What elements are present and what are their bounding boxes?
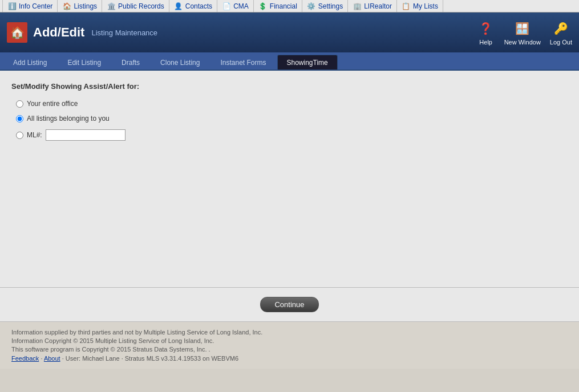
continue-button[interactable]: Continue xyxy=(260,297,318,312)
option-ml-number: ML#: xyxy=(16,129,568,141)
footer-line1: Information supplied by third parties an… xyxy=(11,329,568,336)
listings-icon: 🏠 xyxy=(62,2,71,11)
header-action-new-window[interactable]: 🪟New Window xyxy=(504,19,541,46)
nav-item-financial[interactable]: 💲Financial xyxy=(254,0,302,12)
nav-item-my-lists[interactable]: 📋My Lists xyxy=(397,0,443,12)
header-action-help[interactable]: ❓Help xyxy=(477,19,495,46)
lirealtor-icon: 🏢 xyxy=(353,2,362,11)
entire-office-label: Your entire office xyxy=(27,100,78,108)
form-title: Set/Modify Showing Assist/Alert for: xyxy=(11,82,568,91)
button-area: Continue xyxy=(0,287,579,321)
top-navigation: ℹ️Info Center🏠Listings🏛️Public Records👤C… xyxy=(0,0,579,13)
ml-number-radio[interactable] xyxy=(16,132,23,139)
radio-group: Your entire office All listings belongin… xyxy=(16,100,568,141)
tab-bar: Add ListingEdit ListingDraftsClone Listi… xyxy=(0,52,579,71)
header-action-log-out[interactable]: 🔑Log Out xyxy=(550,19,572,46)
new-window-icon: 🪟 xyxy=(513,19,532,38)
my-lists-icon: 📋 xyxy=(402,2,411,11)
footer-line2: Information Copyright © 2015 Multiple Li… xyxy=(11,337,568,344)
footer-line3: This software program is Copyright © 201… xyxy=(11,346,568,353)
tab-edit-listing[interactable]: Edit Listing xyxy=(58,55,111,70)
header-left: Add/Edit Listing Maintenance xyxy=(7,22,157,43)
header: Add/Edit Listing Maintenance ❓Help🪟New W… xyxy=(0,13,579,52)
help-icon: ❓ xyxy=(477,19,495,38)
all-listings-label: All listings belonging to you xyxy=(27,115,110,122)
log-out-icon: 🔑 xyxy=(552,19,570,38)
tab-instanet-forms[interactable]: Instanet Forms xyxy=(210,55,276,70)
option-all-listings: All listings belonging to you xyxy=(16,115,568,122)
app-logo xyxy=(7,22,27,43)
settings-icon: ⚙️ xyxy=(307,2,316,11)
header-actions: ❓Help🪟New Window🔑Log Out xyxy=(477,19,572,46)
main-content: Set/Modify Showing Assist/Alert for: You… xyxy=(0,71,579,287)
feedback-link[interactable]: Feedback xyxy=(11,355,39,362)
nav-item-public-records[interactable]: 🏛️Public Records xyxy=(102,0,169,12)
nav-item-cma[interactable]: 📄CMA xyxy=(217,0,254,12)
contacts-icon: 👤 xyxy=(174,2,183,11)
footer-user-info: · User: Michael Lane · Stratus MLS v3.31… xyxy=(62,355,238,362)
ml-number-label: ML#: xyxy=(27,131,42,139)
header-title: Add/Edit xyxy=(33,25,84,40)
nav-item-lirealtor[interactable]: 🏢LIRealtor xyxy=(348,0,397,12)
tab-drafts[interactable]: Drafts xyxy=(112,55,149,70)
tab-add-listing[interactable]: Add Listing xyxy=(3,55,56,70)
about-link[interactable]: About xyxy=(44,355,60,362)
header-subtitle: Listing Maintenance xyxy=(91,28,157,37)
footer: Information supplied by third parties an… xyxy=(0,321,579,369)
nav-item-settings[interactable]: ⚙️Settings xyxy=(302,0,348,12)
footer-links: Feedback · About · User: Michael Lane · … xyxy=(11,355,568,362)
cma-icon: 📄 xyxy=(222,2,231,11)
all-listings-radio[interactable] xyxy=(16,115,23,122)
ml-number-input[interactable] xyxy=(46,129,125,141)
tab-clone-listing[interactable]: Clone Listing xyxy=(151,55,209,70)
entire-office-radio[interactable] xyxy=(16,100,23,108)
financial-icon: 💲 xyxy=(258,2,268,11)
nav-item-info-center[interactable]: ℹ️Info Center xyxy=(2,0,58,12)
nav-item-listings[interactable]: 🏠Listings xyxy=(58,0,102,12)
tab-showingtime[interactable]: ShowingTime xyxy=(277,55,338,70)
option-entire-office: Your entire office xyxy=(16,100,568,108)
public-records-icon: 🏛️ xyxy=(107,2,116,11)
info-center-icon: ℹ️ xyxy=(7,2,17,11)
nav-item-contacts[interactable]: 👤Contacts xyxy=(169,0,217,12)
